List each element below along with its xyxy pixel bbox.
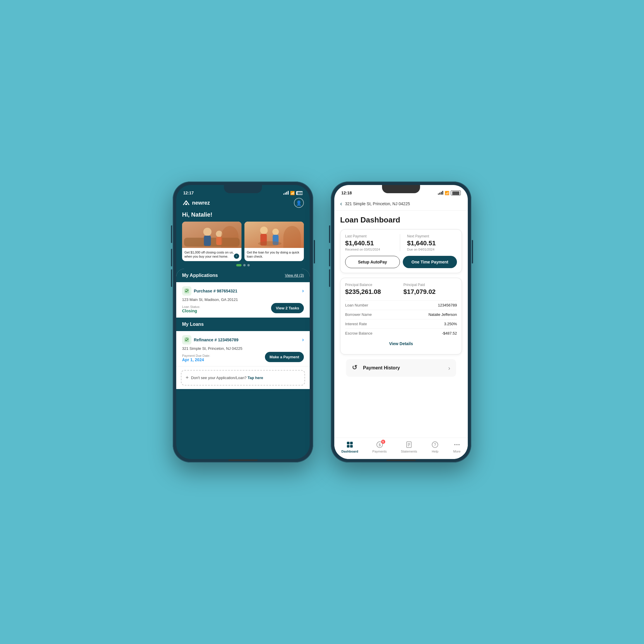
dot-3[interactable]: [247, 264, 250, 266]
banner1-arrow[interactable]: ›: [234, 254, 239, 259]
next-payment-col: Next Payment $1,640.51 Due on 04/01/2024: [405, 234, 457, 251]
loan-status-value: Closing: [182, 309, 200, 313]
loan-ref: Refinance # 123456789: [194, 338, 239, 342]
banner-card-1[interactable]: Get $1,000 off closing costs on us, when…: [182, 222, 241, 261]
nav-payments[interactable]: $ 5 Payments: [372, 441, 387, 453]
payment-due-label: Payment Due Date:: [182, 354, 210, 357]
my-loans-title: My Loans: [182, 322, 204, 327]
svg-rect-19: [350, 445, 353, 448]
last-payment-col: Last Payment $1,640.51 Received on 03/01…: [345, 234, 395, 251]
add-loan-area[interactable]: + Don't see your Application/Loan? Tap h…: [181, 370, 305, 386]
home-indicator-1: [228, 460, 258, 461]
nav-statements[interactable]: Statements: [401, 441, 417, 453]
help-icon: ?: [431, 441, 439, 448]
white-content: My Applications View All (3): [176, 269, 310, 389]
more-icon: [453, 441, 461, 448]
last-payment-date: Received on 03/01/2024: [345, 248, 395, 251]
payment-due-date: Apr 1, 2024: [182, 357, 210, 362]
view-all-link[interactable]: View All (3): [285, 273, 304, 278]
payments-icon: $ 5: [376, 441, 383, 448]
dot-2[interactable]: [243, 264, 246, 266]
detail-label-1: Borrower Name: [345, 312, 372, 317]
next-payment-date: Due on 04/01/2024: [407, 248, 457, 251]
my-applications-title: My Applications: [182, 273, 218, 278]
banner-area: Get $1,000 off closing costs on us, when…: [176, 222, 310, 261]
dot-1[interactable]: [236, 264, 241, 266]
banner2-text: Get the loan for you by doing a quick lo…: [247, 251, 299, 258]
nav-help[interactable]: ? Help: [431, 441, 439, 453]
plus-icon: +: [186, 375, 189, 381]
view-tasks-btn[interactable]: View 2 Tasks: [271, 303, 304, 313]
next-payment-label: Next Payment: [407, 234, 457, 238]
nav-dashboard-label: Dashboard: [341, 450, 358, 453]
loan-address: 321 Simple St, Princeton, NJ 04225: [182, 346, 304, 351]
loan-chevron: ›: [302, 337, 304, 343]
statements-icon: [405, 441, 413, 448]
detail-value-1: Natalie Jefferson: [429, 312, 457, 317]
dashboard-icon: [346, 441, 354, 448]
battery-icon-1: ▓▓▓: [296, 191, 303, 195]
detail-value-3: -$487.52: [442, 331, 457, 335]
banner-card-2[interactable]: Get the loan for you by doing a quick lo…: [244, 222, 304, 261]
detail-label-2: Interest Rate: [345, 322, 367, 326]
payment-history-row[interactable]: ↺ Payment History ›: [346, 359, 456, 377]
application-chevron: ›: [302, 288, 304, 294]
svg-rect-18: [347, 445, 350, 448]
nav-dashboard[interactable]: Dashboard: [341, 441, 358, 453]
svg-point-13: [258, 241, 282, 246]
back-btn[interactable]: ‹: [340, 200, 342, 207]
home-indicator-2: [386, 460, 416, 461]
principal-balance-amount: $235,261.08: [345, 288, 399, 296]
principal-paid-col: Principal Paid $17,079.02: [403, 283, 457, 296]
svg-point-29: [456, 444, 458, 445]
svg-rect-16: [347, 442, 350, 444]
application-ref: Purchase # 987654321: [194, 289, 237, 293]
application-address: 123 Main St, Madison, GA 20121: [182, 297, 304, 302]
svg-rect-4: [204, 236, 211, 246]
detail-row-2: Interest Rate 3.250%: [345, 319, 457, 328]
application-item[interactable]: Purchase # 987654321 › 123 Main St, Madi…: [176, 282, 310, 318]
notch-2: [382, 185, 420, 193]
add-loan-link[interactable]: Tap here: [248, 376, 263, 380]
phones-container: 12:17 📶 ▓▓▓: [173, 181, 471, 463]
my-applications-header: My Applications View All (3): [176, 269, 310, 282]
wifi-icon-1: 📶: [290, 191, 295, 195]
address-bar: ‹ 321 Simple St, Princeton, NJ 04225: [334, 197, 468, 211]
view-details-link[interactable]: View Details: [345, 338, 457, 350]
svg-text:$: $: [378, 443, 381, 447]
svg-point-11: [273, 229, 279, 235]
phone1-screen: 12:17 📶 ▓▓▓: [176, 185, 310, 459]
app-icon: [182, 286, 191, 296]
battery-icon-2: ▓▓▓: [451, 191, 461, 195]
loan-item[interactable]: Refinance # 123456789 › 321 Simple St, P…: [176, 331, 310, 366]
svg-text:?: ?: [434, 442, 436, 447]
one-time-payment-btn[interactable]: One Time Payment: [403, 256, 457, 268]
svg-point-3: [203, 228, 212, 236]
principal-balance-col: Principal Balance $235,261.08: [345, 283, 399, 296]
detail-label-3: Escrow Balance: [345, 331, 372, 335]
nav-payments-label: Payments: [372, 450, 387, 453]
svg-point-28: [454, 444, 455, 445]
banner1-text: Get $1,000 off closing costs on us, when…: [184, 251, 234, 258]
page-title: Loan Dashboard: [340, 215, 462, 225]
user-avatar-btn[interactable]: 👤: [294, 198, 304, 208]
principal-balance-label: Principal Balance: [345, 283, 399, 287]
detail-label-0: Loan Number: [345, 303, 368, 307]
svg-rect-2: [184, 238, 240, 246]
phone1: 12:17 📶 ▓▓▓: [173, 181, 313, 463]
make-payment-btn[interactable]: Make a Payment: [265, 352, 304, 362]
logo-icon: [182, 200, 190, 206]
history-chevron: ›: [448, 365, 450, 371]
bottom-nav: Dashboard $ 5 Payments: [334, 438, 468, 459]
setup-autopay-btn[interactable]: Setup AutoPay: [345, 256, 400, 268]
nav-more[interactable]: More: [453, 441, 461, 453]
nav-help-label: Help: [432, 450, 439, 453]
next-payment-amount: $1,640.51: [407, 239, 457, 247]
loan-status-label: Loan Status:: [182, 305, 200, 309]
time-2: 12:18: [341, 191, 352, 195]
detail-value-0: 123456789: [438, 303, 457, 307]
payment-history-label: Payment History: [363, 365, 400, 371]
wifi-icon-2: 📶: [445, 191, 449, 195]
logo: newrez: [182, 200, 210, 206]
svg-rect-6: [216, 237, 222, 245]
